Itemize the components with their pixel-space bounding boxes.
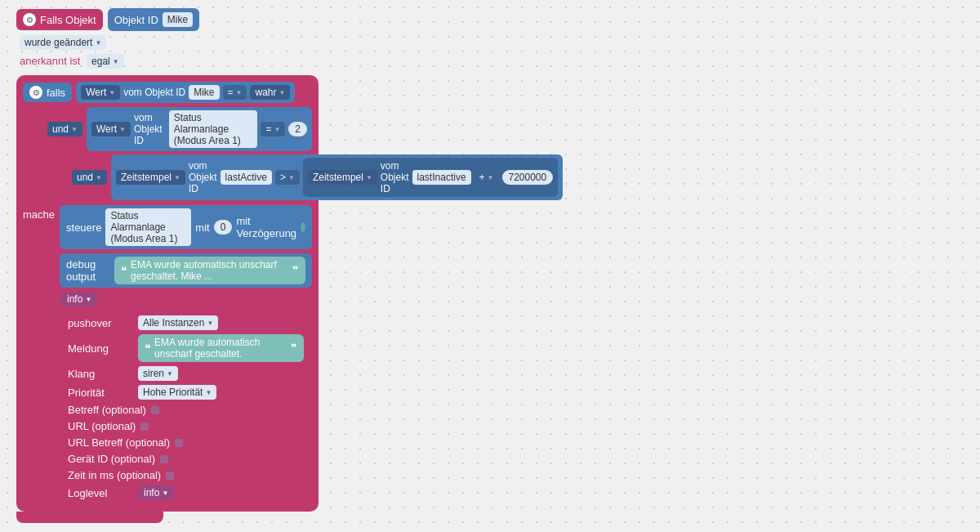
steuere-obj-id: Status Alarmanlage (Modus Area 1) xyxy=(105,208,191,246)
priorität-dropdown[interactable]: Hohe Priorität xyxy=(138,385,216,400)
url-betreff-nub xyxy=(175,439,183,447)
wurde-geändert-dropdown[interactable]: wurde geändert xyxy=(20,35,106,50)
und2-dropdown[interactable]: und xyxy=(72,170,107,185)
gerät-label: Gerät ID (optional) xyxy=(68,453,155,465)
betreff-row: Betreff (optional) xyxy=(68,404,304,416)
value2: 2 xyxy=(288,122,307,136)
obj-id2: Status Alarmanlage (Modus Area 1) xyxy=(169,110,258,148)
condition2-row: und Wert vom Objekt ID Status Alarmanlag… xyxy=(47,107,312,151)
mache-label: mache xyxy=(23,205,55,221)
obj-id4: lastInactive xyxy=(412,170,471,185)
url-betreff-label: URL Betreff (optional) xyxy=(68,436,170,449)
falls-gear-icon[interactable]: ⚙ xyxy=(29,86,42,99)
anerkannt-dropdown[interactable]: egal xyxy=(87,54,124,69)
falls-objekt-label: Falls Objekt xyxy=(40,14,96,26)
obj-id1: Mike xyxy=(189,85,219,100)
meldung-label: Meldung xyxy=(68,342,133,355)
gear-icon[interactable]: ⚙ xyxy=(23,13,36,26)
workspace: ⚙ Falls Objekt Objekt ID Mike wurde geän… xyxy=(16,8,318,523)
steuere-block: steuere Status Alarmanlage (Modus Area 1… xyxy=(60,205,312,249)
loglevel-dropdown[interactable]: info xyxy=(138,485,174,500)
gerät-row: Gerät ID (optional) xyxy=(68,453,304,465)
objekt-id-label: Objekt ID xyxy=(114,14,158,26)
op1[interactable]: = xyxy=(223,85,247,100)
value1-dropdown[interactable]: wahr xyxy=(250,85,290,100)
zeit-row: Zeit in ms (optional) xyxy=(68,469,304,481)
mache-section: mache steuere Status Alarmanlage (Modus … xyxy=(23,205,312,505)
condition3-row: und Zeitstempel vom Objekt ID lastActive… xyxy=(72,154,312,200)
condition1-block: Wert vom Objekt ID Mike = wahr xyxy=(76,82,295,103)
loglevel-row: Loglevel info xyxy=(68,485,304,500)
right-condition3: Zeitstempel vom Objekt ID lastInactive +… xyxy=(303,158,558,197)
priorität-label: Priorität xyxy=(68,387,133,399)
plus-op[interactable]: + xyxy=(474,170,499,185)
klang-dropdown[interactable]: siren xyxy=(138,366,178,381)
steuere-value: 0 xyxy=(214,220,233,235)
url-betreff-row: URL Betreff (optional) xyxy=(68,436,304,449)
instanzen-dropdown[interactable]: Alle Instanzen xyxy=(138,315,218,330)
pushover-header-row: pushover Alle Instanzen xyxy=(68,315,304,330)
meldung-text: EMA wurde automatisch unscharf geschalte… xyxy=(138,334,304,362)
container-bottom-tab xyxy=(16,512,163,523)
steuere-label: steuere xyxy=(66,221,101,234)
klang-label: Klang xyxy=(68,368,133,380)
falls-label: falls xyxy=(47,87,65,99)
vom2-label: vom Objekt ID xyxy=(134,112,166,146)
info-dropdown-btn[interactable]: info xyxy=(61,292,97,306)
wert1-dropdown[interactable]: Wert xyxy=(81,85,120,100)
objekt-id-block: Objekt ID Mike xyxy=(108,8,200,31)
mache-inner: steuere Status Alarmanlage (Modus Area 1… xyxy=(60,205,312,505)
zeitstempel1-dropdown[interactable]: Zeitstempel xyxy=(116,170,185,185)
betreff-label: Betreff (optional) xyxy=(68,404,146,416)
debug-label: debug output xyxy=(66,258,110,283)
gerät-nub xyxy=(160,455,168,463)
und1-dropdown[interactable]: und xyxy=(47,122,82,136)
vom1-label: vom Objekt ID xyxy=(123,87,185,98)
mit-label: mit xyxy=(195,221,209,234)
url-label: URL (optional) xyxy=(68,420,136,432)
url-row: URL (optional) xyxy=(68,420,304,432)
falls-row: ⚙ falls Wert vom Objekt ID Mike = wahr xyxy=(23,82,312,103)
klang-row: Klang siren xyxy=(68,366,304,381)
verzögerung-dot xyxy=(301,222,305,232)
obj-id3: lastActive xyxy=(220,170,272,185)
mit-verzögerung-label: mit Verzögerung xyxy=(236,215,296,239)
vom3-label: vom Objekt ID xyxy=(189,160,217,194)
anerkannt-label: anerkannt ist xyxy=(20,55,80,67)
info-row: info xyxy=(61,292,312,306)
betreff-nub xyxy=(151,406,159,414)
condition2-block: Wert vom Objekt ID Status Alarmanlage (M… xyxy=(87,107,312,151)
op3[interactable]: > xyxy=(275,170,300,185)
wert2-dropdown[interactable]: Wert xyxy=(91,122,131,136)
zeitstempel2-dropdown[interactable]: Zeitstempel xyxy=(308,170,377,185)
right-value3: 7200000 xyxy=(502,170,554,185)
pushover-block: pushover Alle Instanzen Meldung EMA wurd… xyxy=(60,311,312,505)
vom4-label: vom Objekt ID xyxy=(381,160,409,194)
pushover-label: pushover xyxy=(68,317,133,329)
main-container: ⚙ falls Wert vom Objekt ID Mike = wahr u… xyxy=(16,75,318,512)
condition3-block: Zeitstempel vom Objekt ID lastActive > Z… xyxy=(111,154,563,200)
falls-objekt-block[interactable]: ⚙ Falls Objekt xyxy=(16,9,103,30)
objekt-id-value: Mike xyxy=(163,12,193,27)
op2[interactable]: = xyxy=(261,122,285,136)
falls-block: ⚙ falls xyxy=(23,83,72,102)
priorität-row: Priorität Hohe Priorität xyxy=(68,385,304,400)
loglevel-label: Loglevel xyxy=(68,487,133,499)
zeit-label: Zeit in ms (optional) xyxy=(68,469,161,481)
zeit-nub xyxy=(166,472,174,480)
meldung-row: Meldung EMA wurde automatisch unscharf g… xyxy=(68,334,304,362)
url-nub xyxy=(140,422,149,431)
debug-output-block: debug output EMA wurde automatisch unsch… xyxy=(60,253,312,288)
debug-message: EMA wurde automatisch unscharf geschalte… xyxy=(114,257,305,284)
